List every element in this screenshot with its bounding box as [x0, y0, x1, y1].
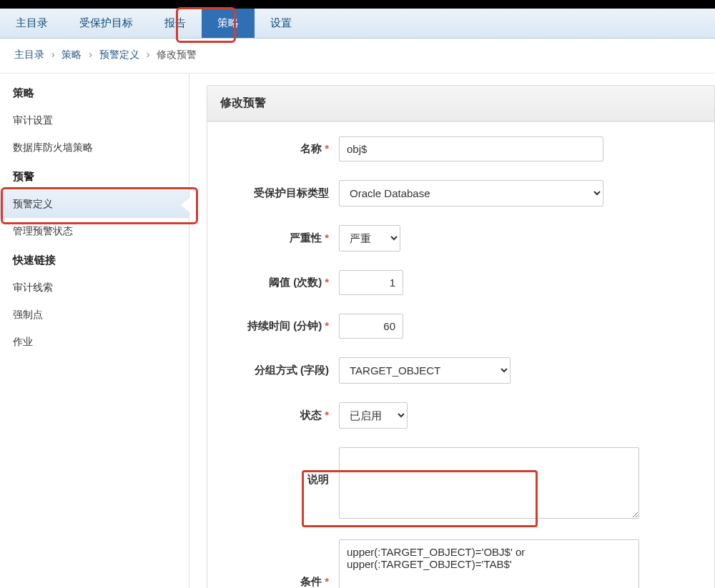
row-description: 说明 — [225, 447, 697, 521]
nav-tab-home[interactable]: 主目录 — [0, 9, 64, 38]
top-nav: 主目录 受保护目标 报告 策略 设置 — [0, 9, 715, 39]
row-status: 状态* 已启用 — [225, 402, 697, 429]
crumb-separator: › — [147, 49, 150, 60]
sidebar: 策略 审计设置 数据库防火墙策略 预警 预警定义 管理预警状态 快速链接 审计线… — [0, 74, 189, 588]
sidebar-item-manage-alert-status[interactable]: 管理预警状态 — [0, 218, 189, 245]
crumb-home[interactable]: 主目录 — [14, 49, 44, 60]
crumb-separator: › — [89, 49, 92, 60]
label-name: 名称* — [225, 142, 339, 156]
label-severity: 严重性* — [225, 231, 339, 245]
sidebar-item-enforcement-points[interactable]: 强制点 — [0, 302, 189, 329]
label-condition: 条件* — [225, 539, 339, 588]
textarea-description[interactable] — [339, 447, 639, 519]
sidebar-item-firewall-policy[interactable]: 数据库防火墙策略 — [0, 134, 189, 161]
sidebar-item-alert-definitions[interactable]: 预警定义 — [0, 191, 189, 218]
row-condition: 条件* 61 - 4000 — [225, 539, 697, 588]
breadcrumb: 主目录 › 策略 › 预警定义 › 修改预警 — [0, 39, 715, 74]
nav-tab-settings[interactable]: 设置 — [255, 9, 307, 38]
label-status: 状态* — [225, 409, 339, 422]
label-duration: 持续时间 (分钟)* — [225, 319, 339, 333]
nav-tab-reports[interactable]: 报告 — [149, 9, 202, 38]
row-protected-target-type: 受保护目标类型 Oracle Database — [225, 180, 697, 206]
label-group-by: 分组方式 (字段) — [225, 364, 339, 377]
sidebar-section-alert: 预警 — [0, 161, 189, 191]
crumb-policy[interactable]: 策略 — [61, 49, 82, 60]
textarea-condition[interactable] — [339, 539, 639, 588]
content-area: 修改预警 名称* 受保护目标类型 Oracle — [189, 74, 715, 588]
row-severity: 严重性* 严重 — [225, 225, 697, 251]
row-duration: 持续时间 (分钟)* — [225, 314, 697, 339]
input-threshold[interactable] — [339, 270, 403, 295]
select-group-by[interactable]: TARGET_OBJECT — [339, 357, 511, 384]
label-protected-target-type: 受保护目标类型 — [225, 186, 339, 200]
brand-text: ORACLE — [10, 0, 95, 3]
row-name: 名称* — [225, 136, 697, 161]
edit-alert-panel: 修改预警 名称* 受保护目标类型 Oracle — [207, 85, 715, 588]
input-duration[interactable] — [339, 314, 403, 339]
row-threshold: 阈值 (次数)* — [225, 270, 697, 295]
crumb-separator: › — [51, 49, 55, 60]
panel-body: 名称* 受保护目标类型 Oracle Database — [207, 121, 714, 588]
input-name[interactable] — [339, 136, 603, 161]
select-severity[interactable]: 严重 — [339, 225, 400, 251]
main-layout: 策略 审计设置 数据库防火墙策略 预警 预警定义 管理预警状态 快速链接 审计线… — [0, 74, 715, 588]
select-protected-target-type[interactable]: Oracle Database — [339, 180, 603, 206]
nav-tab-protected-targets[interactable]: 受保护目标 — [64, 9, 149, 38]
panel-title: 修改预警 — [207, 86, 714, 121]
sidebar-item-audit-settings[interactable]: 审计设置 — [0, 107, 189, 134]
select-status[interactable]: 已启用 — [339, 402, 408, 429]
sidebar-item-audit-trail[interactable]: 审计线索 — [0, 274, 189, 302]
label-threshold: 阈值 (次数)* — [225, 276, 339, 289]
nav-tab-policy[interactable]: 策略 — [202, 9, 255, 38]
sidebar-section-quicklinks: 快速链接 — [0, 245, 189, 274]
brand-bar: ORACLE — [0, 0, 715, 9]
sidebar-item-jobs[interactable]: 作业 — [0, 329, 189, 356]
row-group-by: 分组方式 (字段) TARGET_OBJECT — [225, 357, 697, 384]
crumb-edit-alert: 修改预警 — [157, 49, 197, 60]
sidebar-section-policy: 策略 — [0, 78, 189, 107]
label-description: 说明 — [225, 447, 339, 487]
crumb-alert-def[interactable]: 预警定义 — [99, 49, 139, 60]
